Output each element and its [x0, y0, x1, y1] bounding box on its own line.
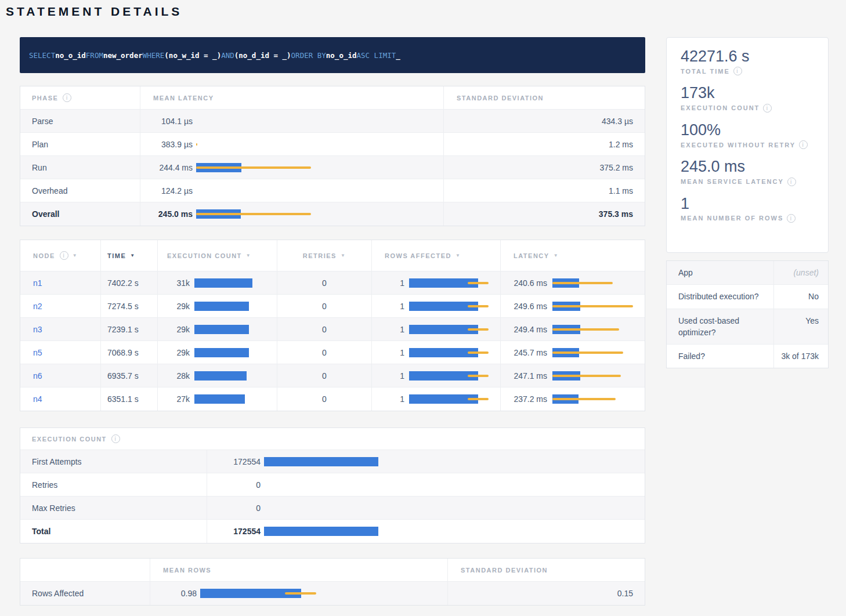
info-icon[interactable]: i	[799, 140, 808, 149]
sort-desc-icon: ▼	[455, 253, 461, 258]
attribute-value: Yes	[773, 309, 828, 345]
latency-bar	[552, 371, 634, 381]
std-dev-value: 375.2 ms	[443, 156, 645, 179]
sort-desc-icon: ▼	[73, 253, 78, 258]
latency-bar	[196, 140, 312, 149]
mean-latency-value: 104.1 µs	[140, 117, 193, 126]
exec-row-label: Max Retries	[20, 497, 207, 519]
latency-bar	[196, 209, 312, 219]
retries-value: 0	[277, 295, 371, 317]
info-icon[interactable]: i	[733, 67, 742, 75]
node-column-header[interactable]: NODE i ▼	[20, 240, 100, 271]
retries-value: 0	[277, 318, 371, 340]
attribute-label: Distributed execution?	[667, 285, 773, 308]
attribute-value: No	[773, 285, 828, 308]
info-icon[interactable]: i	[787, 177, 796, 186]
node-link[interactable]: n3	[33, 325, 42, 334]
mean-latency-value: 383.9 µs	[140, 140, 193, 149]
table-row: First Attempts 172554	[20, 450, 645, 473]
exec-row-value: 172554	[207, 457, 261, 466]
summary-card: 42271.6 s TOTAL TIMEi 173k EXECUTION COU…	[666, 37, 829, 253]
std-dev-value: 0.15	[447, 582, 645, 605]
rows-affected-bar	[409, 325, 490, 334]
exec-row-value: 0	[207, 480, 261, 490]
rows-affected-value: 1	[372, 302, 404, 311]
stat-mean-service-latency: 245.0 ms MEAN SERVICE LATENCYi	[681, 157, 822, 186]
phase-label: Overhead	[20, 179, 140, 202]
node-time: 6935.7 s	[100, 364, 157, 387]
attribute-row: Failed? 3k of 173k	[667, 345, 828, 368]
retries-value: 0	[277, 387, 371, 411]
node-link[interactable]: n4	[33, 394, 42, 404]
exec-count-bar	[194, 348, 252, 357]
exec-count-value: 29k	[158, 325, 190, 334]
node-link[interactable]: n6	[33, 371, 42, 381]
exec-count-bar	[194, 278, 252, 288]
rows-affected-value: 1	[372, 325, 404, 334]
exec-count-bar	[194, 302, 252, 311]
node-link[interactable]: n2	[33, 302, 42, 311]
stat-mean-number-of-rows: 1 MEAN NUMBER OF ROWSi	[681, 194, 822, 223]
latency-bar	[552, 394, 634, 404]
table-row: Rows Affected 0.98 0.15	[20, 582, 645, 605]
exec-count-value: 27k	[158, 394, 190, 404]
rows-affected-bar	[409, 394, 490, 404]
sort-desc-icon: ▼	[130, 253, 135, 258]
std-dev-value: 1.2 ms	[443, 133, 645, 155]
info-icon[interactable]: i	[787, 214, 796, 223]
time-column-header[interactable]: TIME ▼	[100, 240, 157, 271]
attribute-value: (unset)	[773, 261, 828, 284]
retries-column-header[interactable]: RETRIES ▼	[277, 240, 371, 271]
node-link[interactable]: n1	[33, 278, 42, 288]
execution-count-column-header[interactable]: EXECUTION COUNT ▼	[157, 240, 277, 271]
info-icon[interactable]: i	[763, 104, 772, 113]
exec-row-value: 0	[207, 503, 261, 513]
latency-bar	[552, 302, 634, 311]
node-time: 7402.2 s	[100, 271, 157, 294]
retries-value: 0	[277, 364, 371, 387]
info-icon[interactable]: i	[63, 93, 71, 102]
execution-count-table-header: EXECUTION COUNT i	[20, 428, 645, 450]
side-panel: 42271.6 s TOTAL TIMEi 173k EXECUTION COU…	[666, 37, 829, 368]
phase-table-header: PHASE i MEAN LATENCY STANDARD DEVIATION	[20, 86, 645, 110]
node-table-header: NODE i ▼ TIME ▼ EXECUTION COUNT ▼ RETRIE…	[20, 240, 645, 271]
attribute-label: Failed?	[667, 345, 773, 368]
latency-bar	[552, 348, 634, 357]
node-row: n6 6935.7 s 28k 0 1 247.1 ms	[20, 364, 645, 387]
rows-affected-column-header[interactable]: ROWS AFFECTED ▼	[371, 240, 500, 271]
standard-deviation-column-header: STANDARD DEVIATION	[443, 86, 645, 109]
rows-affected-label: Rows Affected	[20, 582, 150, 605]
attribute-row: App (unset)	[667, 261, 828, 285]
info-icon[interactable]: i	[111, 434, 120, 443]
node-row: n3 7239.1 s 29k 0 1 249.4 ms	[20, 318, 645, 341]
exec-row-label: Total	[20, 520, 207, 543]
node-link[interactable]: n5	[33, 348, 42, 357]
latency-value: 245.7 ms	[501, 348, 547, 357]
node-row: n5 7068.9 s 29k 0 1 245.7 ms	[20, 341, 645, 364]
attribute-label: Used cost-based optimizer?	[667, 309, 773, 345]
node-row: n4 6351.1 s 27k 0 1 237.2 ms	[20, 387, 645, 411]
phase-label: Parse	[20, 110, 140, 132]
rows-affected-table: MEAN ROWS STANDARD DEVIATION Rows Affect…	[20, 558, 645, 606]
table-row: Max Retries 0	[20, 497, 645, 520]
table-row: Parse 104.1 µs 434.3 µs	[20, 110, 645, 133]
exec-count-bar	[194, 371, 252, 381]
latency-value: 240.6 ms	[501, 278, 547, 288]
exec-count-bar	[194, 394, 252, 404]
node-table: NODE i ▼ TIME ▼ EXECUTION COUNT ▼ RETRIE…	[20, 240, 645, 411]
table-row: Plan 383.9 µs 1.2 ms	[20, 133, 645, 156]
latency-value: 237.2 ms	[501, 394, 547, 404]
latency-column-header[interactable]: LATENCY ▼	[500, 240, 645, 271]
table-row: Retries 0	[20, 473, 645, 497]
rows-affected-bar	[409, 302, 490, 311]
sort-desc-icon: ▼	[341, 253, 346, 258]
info-icon[interactable]: i	[60, 251, 68, 260]
mean-latency-value: 124.2 µs	[140, 186, 193, 195]
exec-row-value: 172554	[207, 527, 261, 536]
stat-total-time: 42271.6 s TOTAL TIMEi	[681, 47, 822, 75]
standard-deviation-column-header: STANDARD DEVIATION	[447, 559, 645, 581]
node-time: 7239.1 s	[100, 318, 157, 340]
execution-count-table: EXECUTION COUNT i First Attempts 172554 …	[20, 427, 645, 543]
exec-count-value: 29k	[158, 302, 190, 311]
mean-latency-column-header: MEAN LATENCY	[140, 86, 443, 109]
